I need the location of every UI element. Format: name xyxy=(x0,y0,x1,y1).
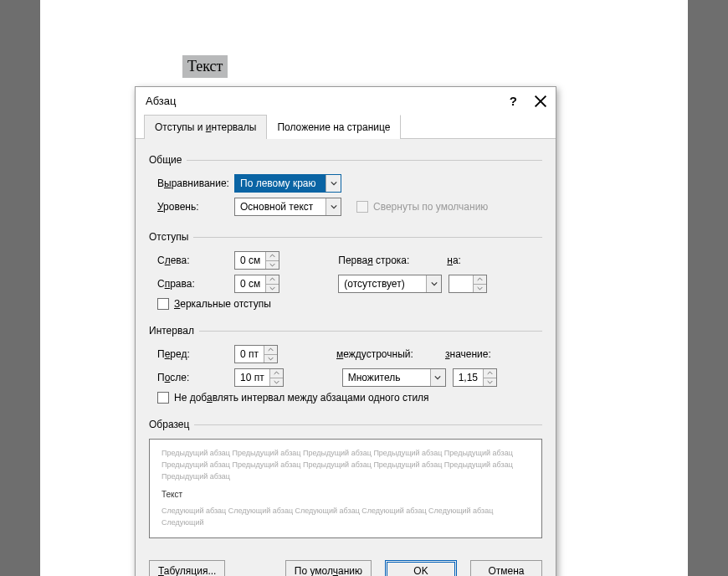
group-preview: Образец xyxy=(149,419,542,430)
preview-main: Текст xyxy=(161,488,530,501)
down-icon xyxy=(266,261,279,270)
at-label: значение: xyxy=(445,348,495,360)
right-label: Справа: xyxy=(157,278,234,290)
level-label: Уровень: xyxy=(157,201,234,213)
ok-button[interactable]: OK xyxy=(385,560,457,576)
alignment-combo[interactable]: По левому краю xyxy=(234,174,341,193)
group-general: Общие xyxy=(149,154,542,166)
paragraph-dialog: Абзац ? Отступы и интервалы Положение на… xyxy=(135,86,556,576)
mirror-checkbox[interactable]: Зеркальные отступы xyxy=(157,298,271,310)
left-spinner[interactable]: 0 см xyxy=(234,251,279,270)
line-spacing-label: междустрочный: xyxy=(336,348,445,360)
after-spinner[interactable]: 10 пт xyxy=(234,368,284,387)
before-spinner[interactable]: 0 пт xyxy=(234,345,278,363)
selected-text: Текст xyxy=(182,55,228,78)
help-button[interactable]: ? xyxy=(510,94,517,108)
left-label: Слева: xyxy=(157,255,234,266)
line-spacing-combo[interactable]: Множитель xyxy=(342,368,446,387)
tab-indents[interactable]: Отступы и интервалы xyxy=(144,115,267,139)
panel: Общие Выравнивание: По левому краю Урове… xyxy=(136,139,556,550)
after-label: После: xyxy=(157,372,234,383)
up-icon xyxy=(266,252,279,261)
dialog-footer: Табуляция... По умолчанию OK Отмена xyxy=(136,550,556,576)
chevron-down-icon xyxy=(430,369,445,386)
by-spinner[interactable] xyxy=(449,275,487,293)
no-space-checkbox[interactable]: Не добавлять интервал между абзацами одн… xyxy=(157,392,429,404)
tabstrip: Отступы и интервалы Положение на страниц… xyxy=(136,115,556,139)
titlebar: Абзац ? xyxy=(136,87,556,115)
at-spinner[interactable]: 1,15 xyxy=(453,368,497,387)
chevron-down-icon xyxy=(326,198,341,215)
by-label: на: xyxy=(447,255,480,266)
preview-prev: Предыдущий абзац Предыдущий абзац Предыд… xyxy=(161,448,530,483)
group-indents: Отступы xyxy=(149,231,542,243)
chevron-down-icon xyxy=(326,175,341,192)
right-spinner[interactable]: 0 см xyxy=(234,275,279,293)
dialog-title: Абзац xyxy=(146,95,176,107)
before-label: Перед: xyxy=(157,348,234,360)
close-icon[interactable] xyxy=(534,95,547,108)
default-button[interactable]: По умолчанию xyxy=(285,560,372,576)
alignment-label: Выравнивание: xyxy=(157,177,234,189)
chevron-down-icon xyxy=(426,275,441,292)
tabs-button[interactable]: Табуляция... xyxy=(149,560,225,576)
group-spacing: Интервал xyxy=(149,325,542,337)
preview-next: Следующий абзац Следующий абзац Следующи… xyxy=(161,506,530,529)
collapsed-checkbox: Свернуты по умолчанию xyxy=(356,201,488,213)
tab-position[interactable]: Положение на странице xyxy=(266,115,401,139)
first-line-combo[interactable]: (отсутствует) xyxy=(338,275,442,293)
level-combo[interactable]: Основной текст xyxy=(234,198,341,216)
tab-label: Отступы и интервалы xyxy=(155,121,256,133)
tab-label: Положение на странице xyxy=(277,121,390,133)
cancel-button[interactable]: Отмена xyxy=(470,560,542,576)
preview-box: Предыдущий абзац Предыдущий абзац Предыд… xyxy=(149,439,542,538)
first-line-label: Первая строка: xyxy=(338,255,447,266)
